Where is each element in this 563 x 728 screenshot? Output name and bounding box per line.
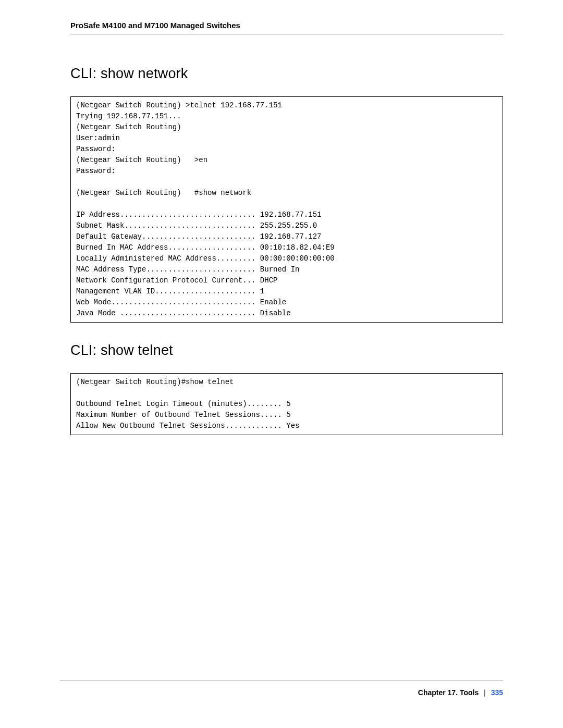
section-heading-show-telnet: CLI: show telnet (70, 342, 503, 359)
page-footer: Chapter 17. Tools | 335 (60, 681, 503, 697)
code-content-show-telnet: (Netgear Switch Routing)#show telnet Out… (76, 377, 497, 431)
footer-separator: | (484, 688, 486, 697)
footer-page-number: 335 (491, 688, 503, 697)
code-box-show-network: (Netgear Switch Routing) >telnet 192.168… (70, 96, 503, 323)
footer-chapter: Chapter 17. Tools (418, 688, 479, 697)
section-heading-show-network: CLI: show network (70, 66, 503, 82)
footer-text: Chapter 17. Tools | 335 (60, 688, 503, 697)
code-box-show-telnet: (Netgear Switch Routing)#show telnet Out… (70, 373, 503, 435)
header-rule (70, 34, 503, 34)
document-header-title: ProSafe M4100 and M7100 Managed Switches (70, 21, 503, 30)
page: ProSafe M4100 and M7100 Managed Switches… (0, 0, 563, 728)
code-content-show-network: (Netgear Switch Routing) >telnet 192.168… (76, 100, 497, 319)
footer-rule (60, 681, 503, 681)
